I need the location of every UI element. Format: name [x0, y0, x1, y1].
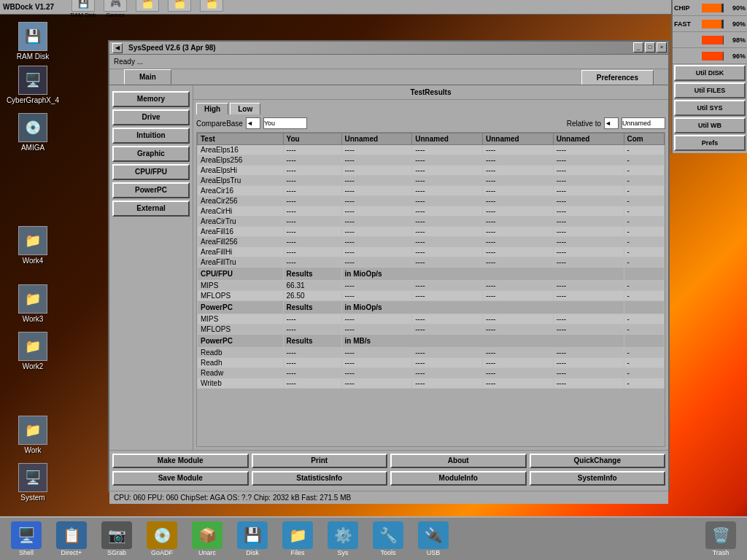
desktop-icon-work[interactable]: 📁 Work: [7, 416, 58, 454]
window-maximize-icon[interactable]: □: [645, 42, 655, 52]
graphic-button[interactable]: Graphic: [112, 146, 190, 162]
desktop-icon-work4[interactable]: 📁 Work4: [7, 226, 58, 265]
test-name: AreaCir256: [198, 196, 284, 206]
relative-to-arrow-input[interactable]: [604, 117, 619, 129]
amiga-icon: 💿: [18, 113, 47, 142]
window-body: Memory Drive Intuition Graphic CPU/FPU P…: [109, 85, 668, 450]
memory-button[interactable]: Memory: [112, 91, 190, 107]
table-row: AreaFillTru ---------------------: [198, 257, 665, 268]
tb-tools[interactable]: 🔧 Tools: [368, 521, 409, 556]
unarc-icon: 📦: [192, 521, 222, 549]
tb-disk[interactable]: 💾 Disk: [232, 521, 273, 556]
results-table-container[interactable]: Test You Unnamed Unnamed Unnamed Unnamed…: [196, 132, 665, 447]
quickchange-button[interactable]: QuickChange: [530, 454, 666, 468]
mem96-bar-bg: [702, 52, 724, 61]
tab-preferences[interactable]: Preferences: [581, 70, 654, 85]
top-taskbar-items: 💾 RAM Disk 🎮 Games 🗂️ 🗂️ 🗂️: [69, 0, 226, 19]
col-unnamed2: Unnamed: [412, 133, 483, 145]
test-name: AreaFill256: [198, 237, 284, 247]
work3-icon: 📁: [18, 284, 47, 314]
module-info-button[interactable]: ModuleInfo: [390, 471, 527, 486]
compare-base-arrow-input[interactable]: [246, 117, 260, 129]
table-row: Writeb ---------------------: [198, 378, 665, 389]
util-disk-button[interactable]: Util DISK: [674, 65, 746, 81]
prefs-button[interactable]: Prefs: [674, 135, 746, 151]
statistics-info-button[interactable]: StatisticsInfo: [252, 471, 388, 486]
util-files-button[interactable]: Util FILES: [674, 82, 746, 98]
drive2-icon: 🗂️: [168, 0, 191, 12]
taskbar-games[interactable]: 🎮 Games: [101, 0, 130, 19]
high-tab[interactable]: High: [196, 103, 228, 114]
tb-unarc[interactable]: 📦 Unarc: [187, 521, 228, 556]
table-row: MIPS 66.31-----------------: [198, 281, 665, 291]
taskbar-top: WBDock V1.27 💾 RAM Disk 🎮 Games 🗂️ 🗂️ 🗂️: [0, 0, 671, 15]
make-module-button[interactable]: Make Module: [112, 454, 249, 468]
util-sys-button[interactable]: Util SYS: [674, 100, 746, 116]
status-text: Ready ...: [114, 58, 143, 66]
tools-icon: 🔧: [373, 521, 403, 549]
util-wb-button[interactable]: Util WB: [674, 117, 746, 133]
table-row: MFLOPS ---------------------: [198, 324, 665, 335]
btn-row-1: Make Module Print About QuickChange: [112, 454, 665, 468]
usb-icon: 🔌: [418, 521, 449, 549]
tb-shell[interactable]: 🖥️ Shell: [6, 521, 47, 556]
tb-trash[interactable]: 🗑️ Trash: [700, 521, 741, 556]
compare-name-input[interactable]: [263, 117, 307, 129]
taskbar-drive1[interactable]: 🗂️: [133, 0, 162, 19]
test-name: Readh: [198, 358, 284, 368]
col-test: Test: [198, 133, 284, 145]
desktop-icon-amiga[interactable]: 💿 AMIGA: [7, 113, 58, 152]
ramdisk-desktop-label: RAM Disk: [17, 52, 49, 61]
tb-sys[interactable]: ⚙️ Sys: [322, 521, 363, 556]
tb-directplus[interactable]: 📋 Direct+: [51, 521, 92, 556]
taskbar-ramdisk[interactable]: 💾 RAM Disk: [69, 0, 98, 19]
external-button[interactable]: External: [112, 201, 190, 217]
fast-bar: [702, 20, 721, 28]
cpufpu-button[interactable]: CPU/FPU: [112, 164, 190, 180]
desktop-icon-system[interactable]: 🖥️ System: [7, 463, 58, 502]
unarc-label: Unarc: [198, 549, 216, 556]
save-module-button[interactable]: Save Module: [112, 471, 249, 486]
desktop-icon-work3[interactable]: 📁 Work3: [7, 284, 58, 323]
about-button[interactable]: About: [390, 454, 527, 468]
tb-goadf[interactable]: 💿 GoADF: [142, 521, 182, 556]
system-info-button[interactable]: SystemInfo: [530, 471, 666, 486]
usb-label: USB: [427, 549, 441, 556]
taskbar-drive2[interactable]: 🗂️: [165, 0, 194, 19]
window-close-icon[interactable]: ◀: [112, 43, 123, 53]
low-tab[interactable]: Low: [230, 103, 260, 114]
fast-row: FAST 90%: [673, 16, 747, 32]
work3-label: Work3: [23, 315, 44, 323]
tb-usb[interactable]: 🔌 USB: [413, 521, 454, 556]
tools-label: Tools: [380, 549, 395, 556]
sys-label: Sys: [337, 549, 348, 556]
intuition-button[interactable]: Intuition: [112, 128, 190, 144]
desktop-icon-work2[interactable]: 📁 Work2: [7, 332, 58, 370]
powerpc-button[interactable]: PowerPC: [112, 182, 190, 198]
print-button[interactable]: Print: [252, 454, 388, 468]
desktop-icon-ramdisk[interactable]: 💾 RAM Disk: [7, 22, 58, 61]
tb-files[interactable]: 📁 Files: [277, 521, 318, 556]
drive-button[interactable]: Drive: [112, 109, 190, 125]
tab-main[interactable]: Main: [124, 69, 171, 85]
test-name: AreaElps16: [198, 145, 284, 155]
desktop-icon-cybergraphx[interactable]: 🖥️ CyberGraphX_4: [7, 66, 58, 104]
bottom-buttons: Make Module Print About QuickChange Save…: [109, 450, 668, 491]
taskbar-drive3[interactable]: 🗂️: [197, 0, 226, 19]
window-minimize-icon[interactable]: _: [633, 42, 643, 52]
window-close-button[interactable]: ×: [657, 42, 667, 52]
relative-to-name-input[interactable]: [622, 117, 665, 129]
chip-row: CHIP 90%: [673, 0, 747, 16]
system-info-text: CPU: 060 FPU: 060 ChipSet: AGA OS: ?.? C…: [114, 494, 351, 502]
tb-sgrab[interactable]: 📷 SGrab: [96, 521, 137, 556]
table-row: AreaCir16 ---------------------: [198, 186, 665, 196]
ramdisk-desktop-icon: 💾: [18, 22, 47, 51]
window-controls: _ □ ×: [633, 42, 667, 52]
ramdisk-label: RAM Disk: [70, 12, 96, 18]
work2-icon: 📁: [18, 332, 47, 361]
tab-preferences-label: Preferences: [597, 74, 638, 82]
chip-bar: [702, 4, 721, 12]
fast-bar-bg: [702, 20, 724, 28]
col-you: You: [283, 133, 341, 145]
system-icon: 🖥️: [18, 463, 47, 492]
